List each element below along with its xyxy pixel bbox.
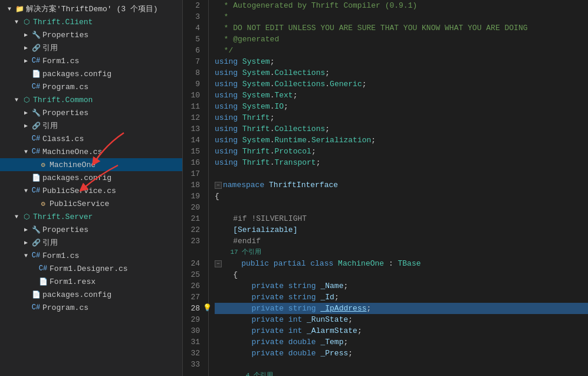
- publicservice-icon: ⚙: [38, 200, 48, 208]
- ln-5: 5: [183, 34, 203, 45]
- solution-root[interactable]: ▼ 📁 解决方案'ThriftDemo' (3 个项目): [0, 2, 182, 15]
- collapse-24[interactable]: −: [215, 260, 222, 267]
- ln-24: 24: [183, 258, 203, 269]
- code-line-8: using System.Collections;: [215, 67, 588, 79]
- sidebar-item-machineone-cs[interactable]: ▼ C# MachineOne.cs: [0, 145, 182, 158]
- sidebar-item-client-packages[interactable]: 📄 packages.config: [0, 67, 182, 80]
- client-props-icon: 🔧: [31, 31, 41, 40]
- machineone-label: MachineOne: [50, 161, 182, 169]
- publicservice-cs-arrow: ▼: [21, 188, 31, 194]
- server-props-icon: 🔧: [31, 225, 41, 234]
- ln-14: 14: [183, 135, 203, 146]
- code-line-30: private int _AlarmState;: [215, 325, 588, 336]
- common-arrow: ▼: [12, 97, 21, 103]
- common-props-icon: 🔧: [31, 109, 41, 117]
- form1-designer-label: Form1.Designer.cs: [50, 264, 182, 273]
- ln-3: 3: [183, 11, 203, 22]
- ln-11: 11: [183, 101, 203, 112]
- code-line-29: private int _RunState;: [215, 314, 588, 325]
- server-form1-icon: C#: [31, 251, 41, 260]
- sidebar-item-client-ref[interactable]: ▶ 🔗 引用: [0, 41, 182, 54]
- sidebar-item-server-form1-resx[interactable]: 📄 Form1.resx: [0, 275, 182, 288]
- solution-explorer[interactable]: ▼ 📁 解决方案'ThriftDemo' (3 个项目) ▼ ⬡ Thrift.…: [0, 0, 183, 376]
- server-label: Thrift.Server: [33, 212, 182, 221]
- sidebar-item-publicservice[interactable]: ⚙ PublicService: [0, 197, 182, 210]
- sidebar-item-machineone[interactable]: ⚙ MachineOne: [0, 158, 182, 171]
- sidebar-item-class1[interactable]: C# Class1.cs: [0, 132, 182, 145]
- ln-8: 8: [183, 67, 203, 79]
- client-ref-icon: 🔗: [31, 44, 41, 53]
- sidebar-item-client-program[interactable]: C# Program.cs: [0, 80, 182, 93]
- code-line-24: − public partial class MachineOne : TBas…: [215, 258, 588, 269]
- sidebar-item-publicservice-cs[interactable]: ▼ C# PublicService.cs: [0, 184, 182, 197]
- ln-20: 20: [183, 202, 203, 213]
- ln-13: 13: [183, 123, 203, 135]
- sidebar-item-server-packages[interactable]: 📄 packages.config: [0, 288, 182, 301]
- line-numbers: 2 3 4 5 6 7 8 9 10 11 12 13 14 15 16 17 …: [183, 0, 209, 376]
- sidebar-item-server-props[interactable]: ▶ 🔧 Properties: [0, 223, 182, 236]
- client-icon: ⬡: [21, 18, 32, 27]
- sidebar-item-server-program[interactable]: C# Program.cs: [0, 301, 182, 314]
- form1-designer-icon: C#: [38, 264, 48, 273]
- ln-16: 16: [183, 157, 203, 168]
- form1-resx-icon: 📄: [38, 277, 48, 286]
- machineone-cs-icon: C#: [31, 148, 41, 156]
- code-line-20: [215, 202, 588, 213]
- ln-19: 19: [183, 191, 203, 202]
- client-props-label: Properties: [42, 31, 182, 40]
- server-form1-label: Form1.cs: [42, 251, 182, 260]
- publicservice-cs-icon: C#: [31, 187, 41, 195]
- ln-23: 23: [183, 236, 203, 247]
- server-ref-icon: 🔗: [31, 238, 41, 247]
- server-props-arrow: ▶: [21, 226, 31, 233]
- collapse-18[interactable]: −: [215, 182, 222, 189]
- code-line-27: private string _Id;: [215, 292, 588, 303]
- ln-12: 12: [183, 112, 203, 123]
- code-line-9: using System.Collections.Generic;: [215, 79, 588, 90]
- sidebar-item-server-form1[interactable]: ▼ C# Form1.cs: [0, 249, 182, 262]
- ln-21: 21: [183, 213, 203, 224]
- sidebar-item-thrift-common[interactable]: ▼ ⬡ Thrift.Common: [0, 93, 182, 106]
- common-icon: ⬡: [21, 96, 32, 104]
- sidebar-item-common-packages[interactable]: 📄 packages.config: [0, 171, 182, 184]
- ln-28: 28: [183, 303, 203, 314]
- common-ref-icon: 🔗: [31, 122, 41, 130]
- code-line-19: {: [215, 191, 588, 202]
- code-line-6: */: [215, 45, 588, 56]
- code-line-33: [215, 359, 588, 370]
- form1-resx-label: Form1.resx: [50, 277, 182, 286]
- code-area[interactable]: 2 3 4 5 6 7 8 9 10 11 12 13 14 15 16 17 …: [183, 0, 588, 376]
- sidebar-item-client-props[interactable]: ▶ 🔧 Properties: [0, 28, 182, 41]
- server-form1-arrow: ▼: [21, 253, 31, 259]
- code-lines: * Autogenerated by Thrift Compiler (0.9.…: [209, 0, 588, 376]
- common-ref-label: 引用: [42, 120, 182, 131]
- client-ref-label: 引用: [42, 42, 182, 53]
- code-line-25: {: [215, 269, 588, 280]
- sidebar-item-client-form1[interactable]: ▶ C# Form1.cs: [0, 54, 182, 67]
- code-editor: 2 3 4 5 6 7 8 9 10 11 12 13 14 15 16 17 …: [183, 0, 588, 376]
- sidebar-item-server-form1-designer[interactable]: C# Form1.Designer.cs: [0, 262, 182, 275]
- ln-30: 30: [183, 325, 203, 336]
- server-ref-label: 引用: [42, 237, 182, 248]
- client-form1-arrow: ▶: [21, 57, 31, 64]
- sidebar-item-common-props[interactable]: ▶ 🔧 Properties: [0, 106, 182, 119]
- common-packages-icon: 📄: [31, 174, 41, 182]
- ln-7: 7: [183, 56, 203, 67]
- client-props-arrow: ▶: [21, 31, 31, 38]
- code-line-13: using Thrift.Collections;: [215, 123, 588, 135]
- sidebar-item-server-ref[interactable]: ▶ 🔗 引用: [0, 236, 182, 249]
- code-line-21: #if !SILVERLIGHT: [215, 213, 588, 224]
- code-line-23: #endif: [215, 236, 588, 247]
- sidebar-item-common-ref[interactable]: ▶ 🔗 引用: [0, 119, 182, 132]
- sidebar-item-thrift-server[interactable]: ▼ ⬡ Thrift.Server: [0, 210, 182, 223]
- solution-label: 解决方案'ThriftDemo' (3 个项目): [26, 4, 182, 14]
- common-packages-label: packages.config: [42, 174, 182, 182]
- code-line-2: * Autogenerated by Thrift Compiler (0.9.…: [215, 0, 588, 11]
- client-label: Thrift.Client: [33, 18, 182, 27]
- sidebar-item-thrift-client[interactable]: ▼ ⬡ Thrift.Client: [0, 15, 182, 28]
- publicservice-label: PublicService: [50, 200, 182, 208]
- machineone-cs-label: MachineOne.cs: [42, 148, 182, 156]
- ln-6: 6: [183, 45, 203, 56]
- code-line-refcount-17: 17 个引用: [215, 247, 588, 258]
- code-line-14: using System.Runtime.Serialization;: [215, 135, 588, 146]
